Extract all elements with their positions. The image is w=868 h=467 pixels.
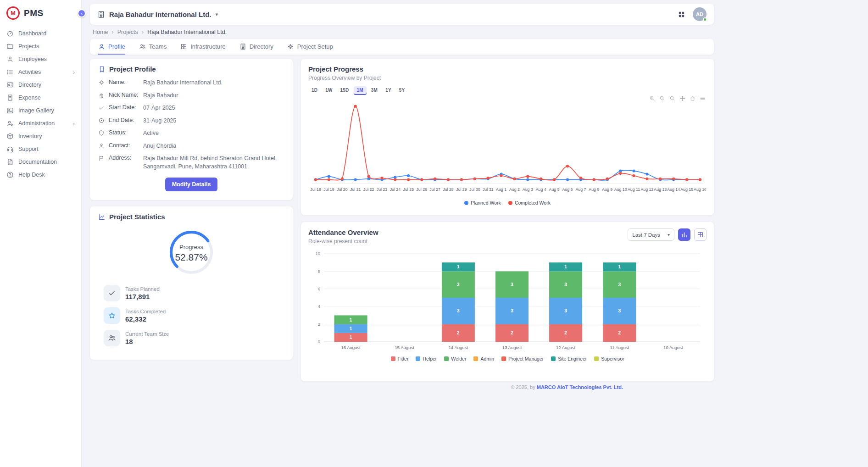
- chart-view-toggle[interactable]: [678, 228, 690, 241]
- tab-label: Teams: [149, 43, 167, 50]
- avatar-initials: AD: [696, 11, 703, 17]
- legend-item[interactable]: Fitter: [391, 356, 409, 361]
- chevron-down-icon: ▾: [216, 11, 218, 17]
- legend-item[interactable]: Site Engineer: [551, 356, 587, 361]
- svg-text:Aug 3: Aug 3: [523, 187, 533, 192]
- legend-item[interactable]: Welder: [444, 356, 466, 361]
- legend-item[interactable]: Project Manager: [501, 356, 544, 361]
- image-icon: [6, 107, 14, 114]
- svg-text:2: 2: [511, 330, 513, 335]
- check-icon: [104, 285, 120, 301]
- svg-text:2: 2: [457, 330, 460, 335]
- zoom-out-icon[interactable]: [659, 95, 665, 101]
- sidebar-item-employees[interactable]: Employees: [0, 53, 81, 66]
- legend-label: Completed Work: [515, 200, 551, 206]
- sidebar-item-documentation[interactable]: Documentation: [0, 156, 81, 168]
- flag-icon: [98, 155, 105, 161]
- sidebar-item-image-gallery[interactable]: Image Gallery: [0, 104, 81, 117]
- svg-text:3: 3: [564, 308, 567, 313]
- tab-infrastructure[interactable]: Infrastructure: [180, 39, 226, 55]
- range-1y[interactable]: 1Y: [382, 86, 395, 94]
- sidebar-item-directory[interactable]: Directory: [0, 78, 81, 91]
- tab-project-setup[interactable]: Project Setup: [287, 39, 333, 55]
- range-1w[interactable]: 1W: [322, 86, 335, 94]
- sidebar-item-label: Expense: [18, 95, 41, 101]
- sidebar-item-administration[interactable]: Administration ›: [0, 117, 81, 130]
- gear-icon: [98, 79, 105, 86]
- profile-fields: Name: Raja Bahadur International Ltd. Ni…: [98, 79, 284, 171]
- svg-text:1: 1: [457, 264, 460, 269]
- table-view-toggle[interactable]: [694, 228, 707, 241]
- sidebar-item-help-desk[interactable]: Help Desk: [0, 168, 81, 181]
- svg-text:3: 3: [457, 308, 460, 313]
- zoom-in-icon[interactable]: [649, 95, 655, 101]
- bookmark-icon: [98, 66, 106, 73]
- modify-details-button[interactable]: Modify Details: [165, 178, 218, 191]
- progress-line-chart[interactable]: Jul 18Jul 19Jul 20Jul 21Jul 22Jul 23Jul …: [308, 96, 707, 199]
- avatar[interactable]: AD: [693, 7, 707, 21]
- attendance-bar-chart[interactable]: 024681011116 August15 August233114 Augus…: [308, 250, 707, 355]
- legend-swatch: [501, 356, 506, 361]
- box-zoom-icon[interactable]: [669, 95, 675, 101]
- page: M PMS Dashboard Projects Employees Activ…: [0, 0, 868, 467]
- date-range-select[interactable]: Last 7 Days ▾: [628, 228, 674, 241]
- sidebar-item-expense[interactable]: Expense: [0, 91, 81, 104]
- tab-directory[interactable]: Directory: [239, 39, 273, 55]
- sidebar-collapse-button[interactable]: ‹: [78, 9, 86, 17]
- legend-label: Fitter: [398, 356, 409, 361]
- sidebar-item-label: Documentation: [18, 159, 57, 165]
- bar-chart-icon: [681, 231, 688, 238]
- svg-text:0: 0: [318, 339, 320, 344]
- svg-text:3: 3: [618, 282, 621, 287]
- tab-label: Directory: [250, 43, 273, 50]
- sidebar-item-label: Help Desk: [18, 172, 45, 178]
- chevron-right-icon: ›: [73, 121, 75, 127]
- legend-item[interactable]: Supervisor: [594, 356, 624, 361]
- svg-text:1: 1: [618, 264, 621, 269]
- app-logo-icon: M: [6, 6, 20, 20]
- breadcrumb-home[interactable]: Home: [93, 29, 108, 35]
- tab-bar: Profile Teams Infrastructure Directory P…: [90, 39, 714, 55]
- legend-swatch: [391, 356, 395, 361]
- svg-text:Jul 23: Jul 23: [377, 187, 388, 192]
- svg-text:3: 3: [511, 282, 513, 287]
- sidebar-item-dashboard[interactable]: Dashboard: [0, 27, 81, 40]
- attendance-subtitle: Role-wise present count: [308, 238, 378, 245]
- home-icon[interactable]: [690, 95, 696, 101]
- sidebar-item-label: Activities: [18, 69, 41, 75]
- legend-item[interactable]: Planned Work: [464, 200, 501, 206]
- legend-item[interactable]: Helper: [416, 356, 437, 361]
- legend-item[interactable]: Completed Work: [508, 200, 551, 206]
- apps-grid-icon[interactable]: [678, 11, 685, 18]
- range-5y[interactable]: 5Y: [396, 86, 408, 94]
- building-icon: [239, 43, 246, 50]
- svg-text:1: 1: [350, 335, 352, 340]
- tab-label: Profile: [108, 43, 125, 50]
- legend-item[interactable]: Admin: [473, 356, 494, 361]
- copyright-text: © 2025, by: [511, 384, 536, 390]
- sidebar-item-label: Directory: [18, 82, 41, 88]
- tab-teams[interactable]: Teams: [139, 39, 167, 55]
- svg-text:13 August: 13 August: [502, 345, 522, 350]
- user-icon: [98, 43, 105, 50]
- tab-profile[interactable]: Profile: [98, 39, 125, 55]
- check-icon: [98, 105, 105, 111]
- sidebar-item-activities[interactable]: Activities ›: [0, 66, 81, 78]
- range-1m[interactable]: 1M: [354, 86, 367, 94]
- users-icon: [104, 330, 120, 346]
- breadcrumb-projects[interactable]: Projects: [117, 29, 138, 35]
- sidebar-item-support[interactable]: Support: [0, 143, 81, 156]
- company-link[interactable]: MARCO AIoT Technologies Pvt. Ltd.: [537, 384, 623, 390]
- range-3m[interactable]: 3M: [368, 86, 381, 94]
- sidebar-item-inventory[interactable]: Inventory: [0, 130, 81, 143]
- menu-icon[interactable]: [700, 95, 706, 101]
- project-profile-card: Project Profile Name: Raja Bahadur Inter…: [90, 59, 293, 200]
- sidebar-item-projects[interactable]: Projects: [0, 40, 81, 53]
- pan-icon[interactable]: [679, 95, 685, 101]
- company-selector[interactable]: Raja Bahadur International Ltd. ▾: [97, 11, 218, 18]
- range-15d[interactable]: 15D: [337, 86, 352, 94]
- svg-text:15 August: 15 August: [395, 345, 415, 350]
- attendance-title: Attendance Overview: [308, 228, 378, 236]
- range-1d[interactable]: 1D: [308, 86, 321, 94]
- svg-text:2: 2: [618, 330, 621, 335]
